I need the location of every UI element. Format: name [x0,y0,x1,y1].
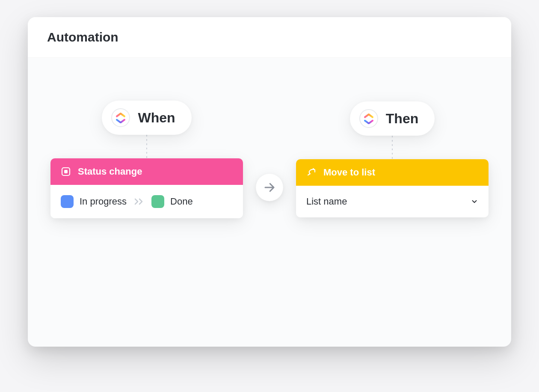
to-status-swatch [151,195,164,208]
action-header: Move to list [296,159,489,186]
flow-arrow-icon [256,174,283,201]
trigger-header: Status change [50,158,243,185]
trigger-label: Status change [78,166,142,177]
from-status-label: In progress [80,196,127,207]
list-placeholder: List name [306,196,347,207]
when-label: When [138,110,175,126]
automation-panel: Automation [28,17,511,347]
trigger-card[interactable]: Status change In progress Done [50,158,243,218]
when-column: When Status change In progress [50,101,243,218]
move-icon [306,167,317,178]
to-status-label: Done [170,196,193,207]
automation-flow: When Status change In progress [28,58,511,240]
status-icon [61,166,71,177]
action-card[interactable]: Move to list List name [296,159,489,217]
transition-chevron-icon [134,198,144,205]
then-column: Then Move to list List name [296,101,489,217]
then-label: Then [386,111,418,127]
clickup-logo-icon [111,108,130,127]
from-status-swatch [61,195,74,208]
trigger-body: In progress Done [50,185,243,218]
chevron-down-icon [471,198,478,205]
when-pill: When [102,101,191,135]
when-connector-line [146,135,147,158]
clickup-logo-icon [359,109,378,128]
action-label: Move to list [323,167,375,178]
panel-header: Automation [28,17,511,58]
list-select[interactable]: List name [296,186,489,217]
then-connector-line [392,136,393,159]
page-title: Automation [47,30,492,45]
then-pill: Then [350,101,435,136]
svg-rect-1 [64,170,68,173]
